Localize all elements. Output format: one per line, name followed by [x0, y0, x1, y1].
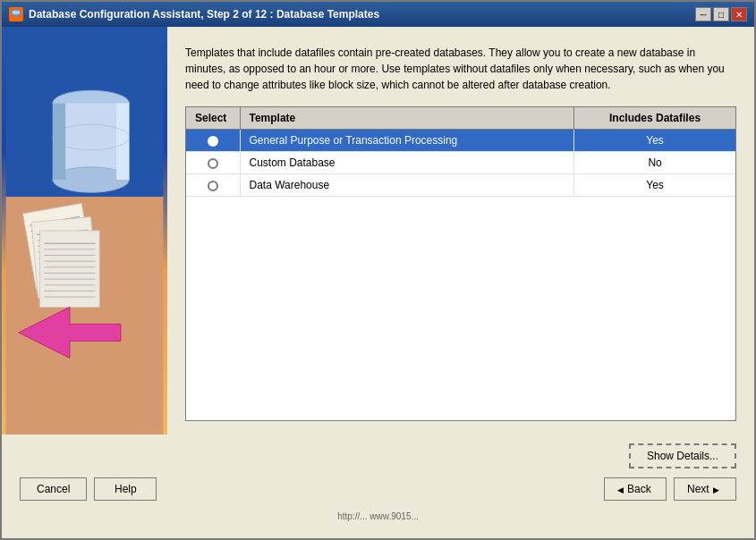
template-name-cell: Data Warehouse — [240, 174, 574, 197]
show-details-row: Show Details... — [20, 443, 736, 468]
radio-cell — [186, 130, 240, 152]
back-label: Back — [627, 483, 651, 495]
show-details-button[interactable]: Show Details... — [629, 443, 736, 468]
next-arrow-icon — [713, 483, 719, 495]
templates-table: Select Template Includes Datafiles Gener… — [186, 107, 735, 197]
help-button[interactable]: Help — [94, 477, 157, 501]
table-row[interactable]: Custom DatabaseNo — [186, 152, 735, 174]
includes-datafiles-cell: Yes — [574, 174, 735, 197]
col-header-template: Template — [240, 107, 574, 130]
maximize-button[interactable]: □ — [713, 7, 729, 21]
table-row[interactable]: Data WarehouseYes — [186, 174, 735, 197]
right-panel: Templates that include datafiles contain… — [167, 27, 754, 435]
bottom-area: Show Details... Cancel Help Back Next ht… — [2, 435, 754, 538]
radio-cell — [186, 174, 240, 197]
next-button[interactable]: Next — [674, 477, 736, 501]
minimize-button[interactable]: ─ — [695, 7, 711, 21]
radio-button[interactable] — [208, 158, 218, 169]
back-button[interactable]: Back — [604, 477, 667, 501]
url-bar: http://... www.9015... — [20, 510, 736, 525]
radio-cell — [186, 152, 240, 174]
svg-rect-32 — [40, 231, 100, 308]
includes-datafiles-cell: Yes — [574, 130, 735, 152]
back-arrow-icon — [617, 483, 624, 495]
col-header-includes: Includes Datafiles — [574, 107, 735, 130]
table-row[interactable]: General Purpose or Transaction Processin… — [186, 130, 735, 152]
title-bar: Database Configuration Assistant, Step 2… — [2, 2, 754, 27]
templates-table-container: Select Template Includes Datafiles Gener… — [185, 106, 736, 421]
template-name-cell: Custom Database — [240, 152, 574, 174]
radio-button[interactable] — [208, 181, 218, 191]
radio-button[interactable] — [208, 136, 218, 147]
app-icon — [9, 7, 23, 21]
col-header-select: Select — [186, 107, 240, 130]
description-text: Templates that include datafiles contain… — [185, 45, 736, 93]
window-title: Database Configuration Assistant, Step 2… — [29, 8, 379, 21]
cancel-button[interactable]: Cancel — [20, 477, 87, 501]
next-label: Next — [687, 483, 709, 495]
main-window: Database Configuration Assistant, Step 2… — [0, 0, 756, 540]
includes-datafiles-cell: No — [574, 152, 735, 174]
close-button[interactable]: ✕ — [731, 7, 747, 21]
left-panel — [2, 27, 167, 435]
table-header-row: Select Template Includes Datafiles — [186, 107, 735, 130]
template-name-cell: General Purpose or Transaction Processin… — [240, 130, 574, 152]
content-area: Templates that include datafiles contain… — [2, 27, 754, 435]
nav-row: Cancel Help Back Next — [20, 477, 736, 501]
